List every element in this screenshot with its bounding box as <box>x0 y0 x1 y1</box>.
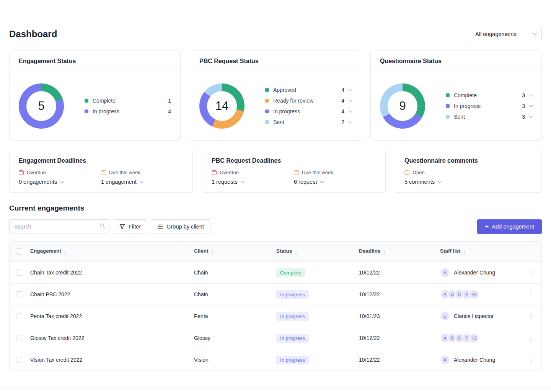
chevron-down-icon[interactable] <box>349 109 352 113</box>
chevron-down-icon[interactable] <box>529 104 533 108</box>
legend-item: In progress3 <box>446 103 532 109</box>
add-engagement-label: Add engagement <box>492 224 534 230</box>
engagements-table: Engagement Client Status Deadline Staff … <box>9 241 542 371</box>
engagement-status-card: Engagement Status 5 Complete1In progress… <box>9 51 181 140</box>
column-header-deadline: Deadline <box>359 248 380 254</box>
sort-icon[interactable] <box>211 250 214 255</box>
legend-item: Ready for review4 <box>265 98 352 104</box>
row-menu-button[interactable] <box>528 270 534 276</box>
sort-icon[interactable] <box>295 250 297 255</box>
filter-button[interactable]: Filter <box>113 219 147 234</box>
pbc-request-deadlines-card: PBC Request Deadlines Overdue1 requestsD… <box>202 150 386 193</box>
calendar-icon <box>294 170 299 175</box>
status-badge: In progress <box>276 334 309 343</box>
staff-list: ADCP+2 <box>440 333 518 343</box>
staff-list: ADCP+2 <box>440 289 518 299</box>
select-row-checkbox[interactable] <box>16 313 22 319</box>
calendar-icon <box>19 170 24 175</box>
legend-value: 4 <box>168 108 171 114</box>
sort-icon[interactable] <box>64 250 66 255</box>
client-name: Glossy <box>194 335 210 341</box>
add-engagement-button[interactable]: Add engagement <box>477 219 542 234</box>
deadline-value: 1 requests <box>212 179 238 185</box>
deadline-label: Overdue <box>220 170 239 175</box>
table-header-row: Engagement Client Status Deadline Staff … <box>10 242 541 262</box>
filter-button-label: Filter <box>129 224 141 230</box>
deadline-items: Overdue1 requestsDue this week6 request <box>212 170 376 185</box>
chevron-down-icon <box>533 32 537 36</box>
deadline-cards-row: Engagement Deadlines Overdue0 engagement… <box>9 150 542 193</box>
top-bar <box>0 0 551 18</box>
chevron-down-icon[interactable] <box>241 180 245 183</box>
current-engagements-title: Current engagements <box>9 204 542 212</box>
chevron-down-icon[interactable] <box>349 98 352 102</box>
deadline-item: Open5 comments <box>404 170 487 185</box>
card-title: PBC Request Status <box>190 51 361 72</box>
chevron-down-icon[interactable] <box>349 88 352 91</box>
row-menu-button[interactable] <box>528 313 534 320</box>
legend-label: In progress <box>454 103 522 109</box>
chevron-down-icon[interactable] <box>349 120 352 124</box>
legend-label: In progress <box>93 108 168 114</box>
sort-icon[interactable] <box>463 250 465 255</box>
engagement-name: Vision Tax credit 2022 <box>30 357 82 363</box>
questionnaire-comments-card: Questionnaire comments Open5 comments <box>395 150 542 193</box>
row-menu-button[interactable] <box>528 357 534 363</box>
chart-legend: Approved4Ready for review4In progress4Se… <box>265 87 352 125</box>
deadline-label: Overdue <box>27 170 46 175</box>
staff-list: AAlexander Chung <box>440 355 518 365</box>
search-box <box>9 219 109 234</box>
engagement-deadlines-card: Engagement Deadlines Overdue0 engagement… <box>9 150 193 193</box>
group-by-client-button[interactable]: Group by client <box>151 219 210 234</box>
engagement-name: Glossy Tax credit 2022 <box>30 335 84 341</box>
legend-value: 4 <box>341 108 344 114</box>
donut-total: 9 <box>380 83 425 129</box>
legend-value: 1 <box>168 98 171 104</box>
legend-color-dot <box>446 93 450 97</box>
status-cards-row: Engagement Status 5 Complete1In progress… <box>9 51 542 140</box>
client-name: Chain <box>194 270 208 276</box>
search-input[interactable] <box>9 219 109 234</box>
legend-item: Sent2 <box>265 119 352 125</box>
select-row-checkbox[interactable] <box>16 270 22 276</box>
chevron-down-icon[interactable] <box>529 93 533 97</box>
sort-icon[interactable] <box>383 250 385 255</box>
staff-name: Clarice Lispector <box>454 313 494 319</box>
row-menu-button[interactable] <box>528 335 534 341</box>
engagement-name: Chain Tax credit 2022 <box>30 270 82 276</box>
engagement-name: Chain PBC 2022 <box>30 291 70 297</box>
legend-item: Sent3 <box>446 114 532 120</box>
select-row-checkbox[interactable] <box>16 291 22 297</box>
engagements-filter-dropdown[interactable]: All engagements <box>470 27 542 41</box>
column-header-staff-list: Staff list <box>440 248 460 254</box>
chevron-down-icon[interactable] <box>529 114 533 118</box>
legend-item: In progress4 <box>265 108 352 114</box>
staff-name: Alexander Chung <box>454 357 495 363</box>
chevron-down-icon[interactable] <box>438 180 442 183</box>
chevron-down-icon[interactable] <box>140 180 143 183</box>
card-title: Questionnaire Status <box>371 51 541 72</box>
legend-label: Approved <box>273 87 341 93</box>
engagement-name: Penta Tax credit 2022 <box>30 313 82 319</box>
table-row: Vision Tax credit 2022VisionIn progress1… <box>10 349 541 371</box>
legend-item: In progress4 <box>85 108 171 114</box>
select-row-checkbox[interactable] <box>16 357 22 363</box>
chevron-down-icon[interactable] <box>320 180 324 183</box>
table-row: Glossy Tax credit 2022GlossyIn progress1… <box>10 327 541 349</box>
legend-value: 3 <box>522 114 525 120</box>
select-all-checkbox[interactable] <box>16 248 22 255</box>
client-name: Penta <box>194 313 208 319</box>
pbc-request-status-card: PBC Request Status 14 Approved4Ready for… <box>190 51 361 140</box>
row-menu-button[interactable] <box>528 291 534 298</box>
deadline-date: 10/12/22 <box>359 335 380 341</box>
chevron-down-icon[interactable] <box>60 180 64 183</box>
legend-color-dot <box>85 109 88 113</box>
card-title: PBC Request Deadlines <box>212 157 376 164</box>
select-row-checkbox[interactable] <box>16 335 22 341</box>
deadline-item: Overdue1 requests <box>212 170 294 185</box>
legend-value: 3 <box>522 92 525 98</box>
avatar: A <box>440 355 450 365</box>
questionnaire-status-donut-chart: 9 <box>380 83 425 129</box>
legend-value: 2 <box>341 119 344 125</box>
card-title: Engagement Deadlines <box>19 157 183 164</box>
